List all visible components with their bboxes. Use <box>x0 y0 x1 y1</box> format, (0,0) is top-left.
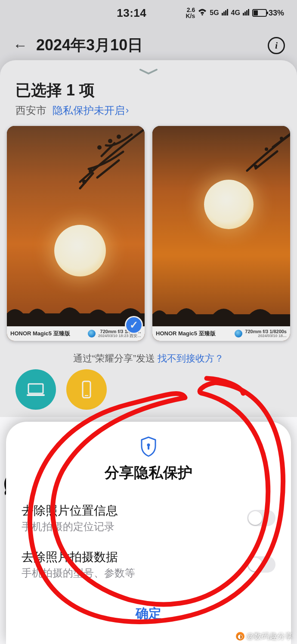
photo-thumbnail[interactable]: HONOR Magic5 至臻版 720mm f/3 1/8200s 2024/… <box>152 126 290 341</box>
svg-rect-2 <box>225 10 226 15</box>
battery-percent: 33% <box>269 9 284 18</box>
svg-rect-30 <box>148 446 149 450</box>
dialog-title: 分享隐私保护 <box>22 463 275 483</box>
watermark-bar: HONOR Magic5 至臻版 720mm f/3 1/580… 2024/0… <box>7 326 145 341</box>
privacy-status-label: 隐私保护未开启 <box>53 104 125 117</box>
watermark-meta-sub: 2024/03/10 18:23 西安… <box>98 334 141 338</box>
watermark-device: HONOR Magic5 至臻版 <box>156 330 232 337</box>
option-subtitle: 手机拍摄的定位记录 <box>22 520 118 534</box>
svg-point-15 <box>254 165 257 168</box>
weibo-logo-icon: ◐ <box>236 632 244 641</box>
svg-rect-3 <box>227 9 228 15</box>
nearby-device-phone[interactable] <box>66 369 107 410</box>
svg-point-8 <box>97 145 102 150</box>
svg-point-14 <box>280 137 283 140</box>
svg-rect-16 <box>28 384 43 393</box>
svg-rect-19 <box>85 395 88 396</box>
page-date-title: 2024年3月10日 <box>36 35 143 56</box>
watermark-logo-icon <box>88 330 96 337</box>
svg-rect-1 <box>223 12 225 15</box>
svg-rect-5 <box>244 12 246 15</box>
photo-preview <box>7 126 145 341</box>
shield-lock-icon <box>22 436 275 459</box>
nearby-device-laptop[interactable] <box>15 369 56 410</box>
honor-share-prefix: 通过“荣耀分享”发送 <box>73 353 158 364</box>
signal-4g-label: 4G <box>231 9 240 17</box>
svg-rect-4 <box>243 13 244 15</box>
net-speed-value: 2.6 <box>187 7 195 13</box>
svg-point-13 <box>265 147 268 151</box>
svg-rect-17 <box>27 394 45 396</box>
option-subtitle: 手机拍摄的型号、参数等 <box>22 566 135 580</box>
chevron-right-icon: › <box>126 105 129 116</box>
watermark-logo-icon <box>235 330 242 337</box>
privacy-status-link[interactable]: 隐私保护未开启 › <box>53 104 129 117</box>
toggle-remove-exif[interactable] <box>247 556 275 573</box>
status-bar: 13:14 2.6 K/s 5G 4G 33% <box>0 0 297 26</box>
page-header: ← 2024年3月10日 i <box>0 30 297 60</box>
watermark-meta-sub: 2024/03/10 18… <box>245 334 287 338</box>
image-source-watermark: ◐ @数码趣分享 <box>236 631 293 641</box>
battery-indicator: 33% <box>252 9 284 18</box>
watermark-text: @数码趣分享 <box>246 631 293 641</box>
watermark-device: HONOR Magic5 至臻版 <box>10 330 85 337</box>
photo-preview <box>152 126 290 341</box>
svg-rect-7 <box>248 9 249 15</box>
sheet-grabber-icon[interactable] <box>139 68 158 76</box>
net-speed-unit: K/s <box>186 13 195 19</box>
svg-point-10 <box>89 169 93 173</box>
svg-rect-6 <box>246 10 248 15</box>
photo-thumbnail[interactable]: HONOR Magic5 至臻版 720mm f/3 1/580… 2024/0… <box>7 126 145 341</box>
signal-5g-label: 5G <box>210 9 219 17</box>
signal-bars-icon-2 <box>243 9 250 18</box>
privacy-protection-dialog: 分享隐私保护 去除照片位置信息 手机拍摄的定位记录 去除照片拍摄数据 手机拍摄的… <box>6 422 291 644</box>
selected-count-title: 已选择 1 项 <box>15 80 282 101</box>
option-title: 去除照片拍摄数据 <box>22 549 135 565</box>
back-arrow-icon[interactable]: ← <box>13 37 28 54</box>
nearby-devices-row <box>0 369 297 410</box>
watermark-bar: HONOR Magic5 至臻版 720mm f/3 1/8200s 2024/… <box>152 326 290 341</box>
status-indicators: 2.6 K/s 5G 4G 33% <box>186 7 284 19</box>
honor-share-hint: 通过“荣耀分享”发送 找不到接收方？ <box>0 352 297 365</box>
option-remove-exif: 去除照片拍摄数据 手机拍摄的型号、参数等 <box>22 541 275 588</box>
option-title: 去除照片位置信息 <box>22 503 118 519</box>
selected-check-icon[interactable]: ✓ <box>125 316 143 334</box>
svg-point-12 <box>117 135 121 139</box>
wifi-icon <box>198 8 207 18</box>
svg-point-11 <box>82 180 87 184</box>
honor-share-help-link[interactable]: 找不到接收方？ <box>158 353 224 364</box>
confirm-button[interactable]: 确定 <box>22 601 275 627</box>
signal-bars-icon-1 <box>222 9 229 18</box>
svg-rect-0 <box>222 13 223 15</box>
info-icon[interactable]: i <box>268 37 285 54</box>
toggle-remove-location[interactable] <box>247 510 275 526</box>
status-time: 13:14 <box>117 6 146 20</box>
option-remove-location: 去除照片位置信息 手机拍摄的定位记录 <box>22 495 275 541</box>
location-city: 西安市 <box>15 104 46 117</box>
photo-thumbnails: HONOR Magic5 至臻版 720mm f/3 1/580… 2024/0… <box>0 119 297 341</box>
svg-point-9 <box>108 139 112 143</box>
